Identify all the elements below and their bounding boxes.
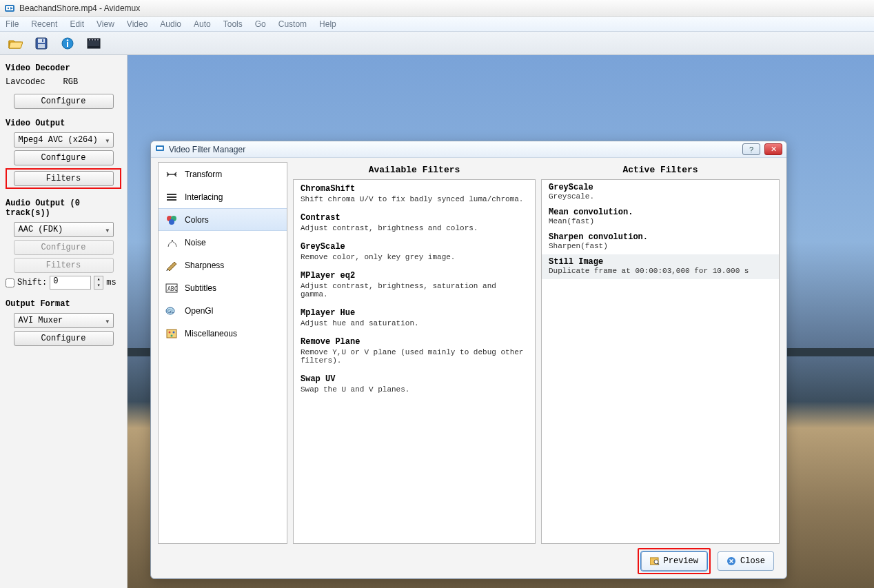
category-icon xyxy=(165,214,178,226)
available-filter-item[interactable]: ChromaShiftShift chroma U/V to fix badly… xyxy=(294,180,535,209)
svg-rect-20 xyxy=(167,196,176,198)
menu-view[interactable]: View xyxy=(96,19,114,29)
output-format-select[interactable]: AVI Muxer xyxy=(14,313,114,328)
menu-recent[interactable]: Recent xyxy=(31,19,57,29)
help-button[interactable]: ? xyxy=(742,143,760,155)
save-icon[interactable] xyxy=(33,35,50,52)
svg-rect-8 xyxy=(67,42,68,47)
svg-rect-5 xyxy=(38,44,45,48)
preview-button[interactable]: Preview xyxy=(641,551,707,571)
category-label: Subtitles xyxy=(185,283,216,293)
open-icon[interactable] xyxy=(7,35,23,52)
window-close-button[interactable]: ✕ xyxy=(764,143,782,155)
available-filter-item[interactable]: GreyScaleRemove color, only key grey ima… xyxy=(294,238,535,267)
active-filters-list: GreyScaleGreyscale.Mean convolution.Mean… xyxy=(541,179,780,544)
audio-output-select[interactable]: AAC (FDK) xyxy=(14,222,114,237)
available-filter-item[interactable]: MPlayer eq2Adjust contrast, brightness, … xyxy=(294,267,535,304)
dialog-icon xyxy=(155,143,165,155)
category-icon xyxy=(165,191,178,203)
close-icon xyxy=(726,556,736,566)
shift-label: Shift: xyxy=(17,278,47,287)
svg-text:GL: GL xyxy=(167,309,174,314)
category-colors[interactable]: Colors xyxy=(159,208,287,231)
menu-video[interactable]: Video xyxy=(127,19,148,29)
toolbar xyxy=(0,32,874,55)
category-noise[interactable]: Noise xyxy=(159,231,287,254)
audio-output-filters-button[interactable]: Filters xyxy=(14,258,114,273)
filters-highlight: Filters xyxy=(6,168,121,189)
film-icon[interactable] xyxy=(85,35,102,52)
shift-value[interactable]: 0 xyxy=(50,276,91,290)
app-icon xyxy=(4,3,15,14)
filter-name: ChromaShift xyxy=(301,184,528,194)
filter-name: Mplayer Hue xyxy=(301,308,528,318)
shift-spinner[interactable]: ▴▾ xyxy=(94,276,103,290)
menu-help[interactable]: Help xyxy=(319,19,336,29)
filter-name: MPlayer eq2 xyxy=(301,271,528,281)
close-button[interactable]: Close xyxy=(718,551,774,571)
active-filter-item[interactable]: Still ImageDuplicate frame at 00:00:03,0… xyxy=(542,254,779,279)
category-label: Miscellaneous xyxy=(185,329,237,338)
menu-go[interactable]: Go xyxy=(255,19,266,29)
video-decoder-mode: RGB xyxy=(63,77,79,87)
menu-edit[interactable]: Edit xyxy=(70,19,84,29)
menu-tools[interactable]: Tools xyxy=(223,19,243,29)
shift-checkbox[interactable] xyxy=(6,278,14,287)
menu-audio[interactable]: Audio xyxy=(160,19,181,29)
category-interlacing[interactable]: Interlacing xyxy=(159,185,287,208)
preview-highlight: Preview xyxy=(638,548,711,574)
active-filter-item[interactable]: GreyScaleGreyscale. xyxy=(542,180,779,205)
available-filter-item[interactable]: Mplayer HueAdjust hue and saturation. xyxy=(294,304,535,333)
svg-rect-15 xyxy=(94,39,96,41)
active-filter-desc: Mean(fast) xyxy=(549,217,772,225)
preview-label: Preview xyxy=(664,556,698,566)
filter-category-list: TransformInterlacingColorsNoiseSharpness… xyxy=(158,162,287,544)
category-miscellaneous[interactable]: Miscellaneous xyxy=(159,322,287,345)
sidebar: Video Decoder Lavcodec RGB Configure Vid… xyxy=(0,55,128,588)
active-filter-name: GreyScale xyxy=(549,183,772,192)
category-icon: ABC xyxy=(165,282,178,294)
video-output-select[interactable]: Mpeg4 AVC (x264) xyxy=(14,132,114,148)
menu-auto[interactable]: Auto xyxy=(194,19,211,29)
active-filter-name: Still Image xyxy=(549,257,772,267)
svg-rect-18 xyxy=(157,147,163,150)
available-filter-item[interactable]: ContrastAdjust contrast, brightness and … xyxy=(294,209,535,238)
video-output-configure-button[interactable]: Configure xyxy=(14,150,114,165)
svg-point-30 xyxy=(169,331,171,333)
active-filter-item[interactable]: Sharpen convolution.Sharpen(fast) xyxy=(542,230,779,254)
svg-point-24 xyxy=(169,219,174,225)
menu-custom[interactable]: Custom xyxy=(278,19,307,29)
active-filter-desc: Sharpen(fast) xyxy=(549,242,772,250)
category-opengl[interactable]: GLOpenGl xyxy=(159,299,287,322)
available-filter-item[interactable]: Remove PlaneRemove Y,U or V plane (used … xyxy=(294,333,535,370)
dialog-titlebar[interactable]: Video Filter Manager ? ✕ xyxy=(151,141,786,158)
category-transform[interactable]: Transform xyxy=(159,163,287,185)
info-icon[interactable] xyxy=(59,35,76,52)
audio-output-configure-button[interactable]: Configure xyxy=(14,240,114,255)
filter-name: Remove Plane xyxy=(301,337,528,347)
svg-point-32 xyxy=(171,334,173,336)
filter-desc: Adjust hue and saturation. xyxy=(301,319,528,327)
filter-desc: Adjust contrast, brightness, saturation … xyxy=(301,282,528,298)
category-subtitles[interactable]: ABCSubtitles xyxy=(159,276,287,299)
category-sharpness[interactable]: Sharpness xyxy=(159,254,287,276)
video-output-filters-button[interactable]: Filters xyxy=(14,171,114,186)
category-label: Interlacing xyxy=(185,192,223,202)
filter-name: Contrast xyxy=(301,213,528,223)
active-filter-item[interactable]: Mean convolution.Mean(fast) xyxy=(542,205,779,230)
output-format-configure-button[interactable]: Configure xyxy=(14,331,114,346)
video-decoder-configure-button[interactable]: Configure xyxy=(14,94,114,109)
category-icon xyxy=(165,259,178,272)
available-filters-list: ChromaShiftShift chroma U/V to fix badly… xyxy=(293,179,536,544)
category-label: Colors xyxy=(185,215,209,225)
menu-file[interactable]: File xyxy=(6,19,19,29)
svg-rect-13 xyxy=(89,39,90,41)
available-filter-item[interactable]: Swap UVSwap the U and V planes. xyxy=(294,370,535,399)
dialog-title: Video Filter Manager xyxy=(169,145,738,154)
active-filter-desc: Duplicate frame at 00:00:03,000 for 10.0… xyxy=(549,267,772,275)
active-filters-heading: Active Filters xyxy=(541,162,780,179)
svg-point-31 xyxy=(173,331,175,333)
filter-desc: Remove Y,U or V plane (used mainly to de… xyxy=(301,348,528,365)
filter-name: GreyScale xyxy=(301,242,528,252)
category-label: OpenGl xyxy=(185,306,213,316)
